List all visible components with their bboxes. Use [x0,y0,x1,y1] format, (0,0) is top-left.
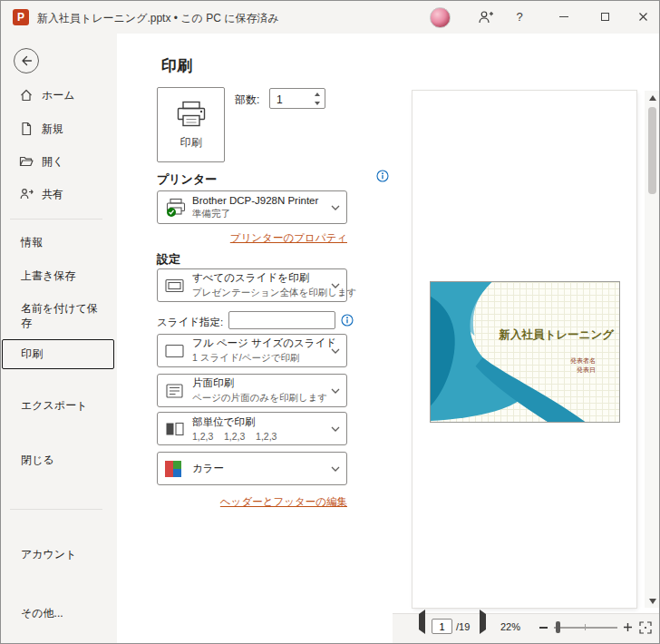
printer-section-heading: プリンター [157,171,217,188]
printer-status: 準備完了 [192,208,328,220]
sidebar-item-save[interactable]: 上書き保存 [21,268,75,283]
printer-info-icon[interactable] [376,170,389,182]
slide-wave-graphic-icon [431,282,619,422]
chevron-down-icon [331,205,340,210]
option-title: すべてのスライドを印刷 [192,271,328,285]
chevron-down-icon [331,426,340,432]
option-subtitle: プレゼンテーション全体を印刷します [192,287,328,299]
sidebar-item-close-file[interactable]: 閉じる [21,453,54,467]
person-icon[interactable] [471,1,501,33]
slide-title: 新入社員トレーニング [500,327,614,343]
sidebar-item-label: 共有 [42,187,63,202]
printer-icon [175,100,208,129]
option-subtitle: ページの片面のみを印刷します [192,392,328,405]
zoom-slider-track[interactable] [554,627,617,629]
window-title: 新入社員トレーニング.pptx • この PC に保存済み [37,11,279,26]
duplex-dropdown[interactable]: 片面印刷 ページの片面のみを印刷します [157,374,347,407]
scrollbar-thumb[interactable] [648,107,656,194]
copies-stepper [269,88,325,109]
print-range-dropdown[interactable]: すべてのスライドを印刷 プレゼンテーション全体を印刷します [157,268,347,302]
option-title: 片面印刷 [192,376,328,390]
titlebar: P 新入社員トレーニング.pptx • この PC に保存済み ? [1,1,659,34]
copies-label: 部数: [235,93,259,108]
slide-subtitle: 発表者名 発表日 [570,356,596,375]
share-person-icon [19,187,34,201]
sidebar-item-share[interactable]: 共有 [1,181,117,208]
page-total-label: /19 [456,621,470,632]
spinner-up-icon [315,93,320,96]
page-title: 印刷 [161,55,192,76]
option-title: 部単位で印刷 [192,415,328,429]
sidebar-item-label: ホーム [42,88,75,103]
chevron-down-icon [331,466,340,472]
settings-section-heading: 設定 [157,251,180,268]
new-document-icon [19,122,34,136]
zoom-out-button[interactable] [539,627,548,629]
plus-icon [623,622,633,632]
sidebar-item-open[interactable]: 開く [1,148,117,175]
back-button[interactable] [14,48,39,73]
scroll-down-button[interactable] [645,594,660,608]
open-folder-icon [19,154,34,169]
sidebar-item-export[interactable]: エクスポート [21,398,87,413]
slide-presenter: 発表者名 [570,357,596,364]
print-button[interactable]: 印刷 [157,87,225,162]
option-title: カラー [192,462,328,475]
color-swatch-icon [165,461,192,477]
back-arrow-icon [19,54,34,68]
current-page-input[interactable] [432,619,452,634]
slide-range-label: スライド指定: [157,316,223,329]
scroll-up-button[interactable] [645,91,660,104]
full-page-slide-icon [165,344,192,358]
zoom-in-button[interactable] [623,622,633,632]
next-page-icon [480,610,486,634]
chevron-down-icon [331,348,340,354]
print-button-label: 印刷 [180,135,202,151]
sidebar-item-save-as[interactable]: 名前を付けて保存 [21,301,101,330]
sidebar-item-label: 開く [42,154,63,170]
zoom-slider-thumb[interactable] [556,621,560,633]
printer-properties-link[interactable]: プリンターのプロパティ [157,231,347,245]
copies-decrement-button[interactable] [310,99,324,107]
slide-thumbnail: 新入社員トレーニング 発表者名 発表日 [430,281,620,423]
color-dropdown[interactable]: カラー [157,452,347,485]
sidebar-item-info[interactable]: 情報 [21,235,43,249]
header-footer-link[interactable]: ヘッダーとフッターの編集 [157,495,347,509]
sidebar-item-more[interactable]: その他... [21,606,63,620]
all-slides-icon [165,278,192,293]
zoom-level-label[interactable]: 22% [500,621,520,632]
collated-pages-icon [165,422,192,436]
sidebar-item-account[interactable]: アカウント [21,547,76,561]
sidebar-divider [10,219,102,220]
spinner-down-icon [315,102,320,105]
slide-layout-dropdown[interactable]: フル ページ サイズのスライド 1 スライド/ページで印刷 [157,334,347,367]
maximize-icon [601,13,609,21]
printer-name: Brother DCP-J928N Printer [192,195,328,206]
option-subtitle: 1 スライド/ページで印刷 [192,352,328,365]
printer-dropdown[interactable]: Brother DCP-J928N Printer 準備完了 [157,190,347,224]
help-button[interactable]: ? [505,1,534,33]
slide-range-input[interactable] [228,311,335,329]
minimize-button[interactable] [543,1,584,33]
user-avatar[interactable] [430,7,451,28]
slide-range-info-icon[interactable] [341,314,354,327]
sidebar-item-new[interactable]: 新規 [1,115,117,142]
slide-date: 発表日 [577,366,596,373]
powerpoint-logo-icon[interactable]: P [13,9,29,25]
sidebar-item-home[interactable]: ホーム [1,82,117,109]
printer-ready-icon [165,198,192,218]
previous-page-icon [419,610,425,634]
powerpoint-backstage-window: P 新入社員トレーニング.pptx • この PC に保存済み ? [0,0,660,644]
fit-to-window-button[interactable] [639,621,652,634]
maximize-button[interactable] [585,1,626,33]
close-button[interactable] [626,1,660,33]
collation-dropdown[interactable]: 部単位で印刷 1,2,3 1,2,3 1,2,3 [157,412,347,445]
preview-scrollbar[interactable] [645,91,660,608]
sidebar-item-label: 新規 [42,122,63,137]
sidebar-item-print[interactable]: 印刷 [2,339,114,369]
copies-increment-button[interactable] [310,90,324,98]
home-icon [19,88,34,102]
option-subtitle: 1,2,3 1,2,3 1,2,3 [192,431,328,442]
chevron-down-icon [331,283,340,288]
close-icon [638,12,648,22]
